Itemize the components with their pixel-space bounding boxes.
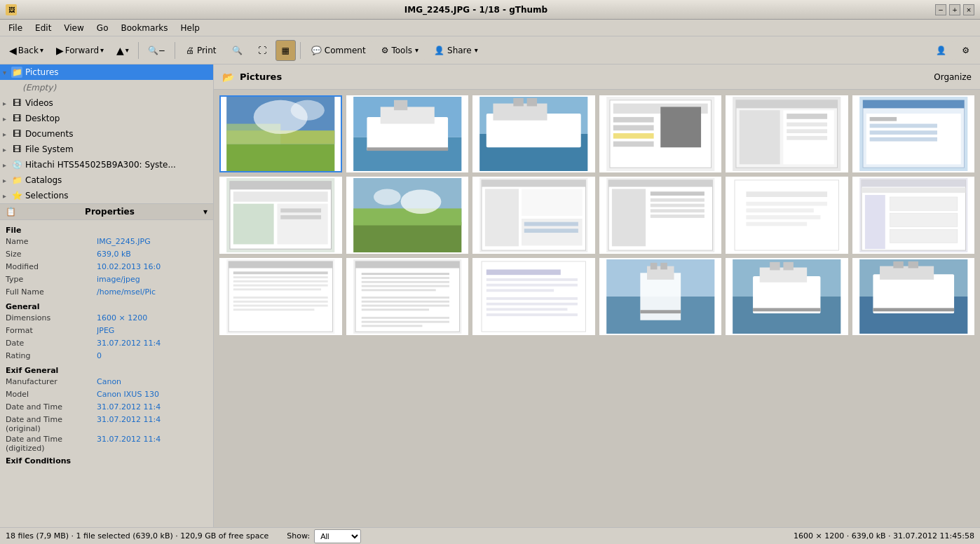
back-button[interactable]: ◀ Back ▾ xyxy=(4,40,48,61)
sidebar-item-documents[interactable]: ▸ 🎞 Documents xyxy=(0,126,213,142)
svg-rect-117 xyxy=(361,321,449,323)
file-tree: ▾ 📁 Pictures (Empty) ▸ 🎞 Videos ▸ 🎞 Desk… xyxy=(0,64,213,204)
prop-datetime: Date and Time 31.07.2012 11:4 xyxy=(0,402,213,414)
svg-rect-148 xyxy=(908,261,918,268)
menu-go[interactable]: Go xyxy=(91,22,114,34)
svg-rect-133 xyxy=(650,263,657,270)
svg-rect-113 xyxy=(361,301,449,303)
thumbnail-14[interactable] xyxy=(346,258,469,335)
svg-rect-70 xyxy=(650,198,704,202)
svg-rect-107 xyxy=(361,273,449,275)
properties-panel: 📋 Properties ▾ File Name IMG_2245.JPG Si… xyxy=(0,204,213,527)
thumbnail-10[interactable] xyxy=(599,177,722,254)
section-exif-general: Exif General xyxy=(0,363,213,376)
svg-rect-34 xyxy=(787,136,827,140)
comment-button[interactable]: 💬 Comment xyxy=(305,40,372,61)
svg-rect-16 xyxy=(513,98,523,107)
sidebar-item-label-desktop: Desktop xyxy=(25,114,210,123)
zoom-out-button[interactable]: 🔍− xyxy=(143,40,170,61)
maximize-button[interactable]: + xyxy=(949,4,960,15)
svg-rect-112 xyxy=(361,297,449,299)
svg-point-55 xyxy=(374,189,401,205)
svg-rect-53 xyxy=(353,208,461,225)
menu-help[interactable]: Help xyxy=(175,22,205,34)
sidebar-item-desktop[interactable]: ▸ 🎞 Desktop xyxy=(0,111,213,126)
svg-rect-101 xyxy=(233,305,328,307)
sidebar-item-pictures[interactable]: ▾ 📁 Pictures xyxy=(0,64,213,80)
print-button[interactable]: 🖨 Print xyxy=(179,40,223,61)
folder-icon-pictures: 📁 xyxy=(11,67,22,78)
fullscreen-button[interactable]: ⛶ xyxy=(252,40,273,61)
svg-rect-122 xyxy=(486,278,578,281)
thumbnail-8[interactable] xyxy=(346,177,469,254)
prop-fullname: Full Name /home/msel/Pic xyxy=(0,287,213,299)
prop-format: Format JPEG xyxy=(0,325,213,338)
show-dropdown[interactable]: All Images Videos xyxy=(314,529,361,543)
sidebar-item-filesystem[interactable]: ▸ 🎞 File System xyxy=(0,142,213,157)
svg-rect-10 xyxy=(393,100,407,110)
svg-rect-111 xyxy=(361,289,435,291)
tools-button[interactable]: ⚙ Tools ▾ xyxy=(375,40,425,61)
svg-rect-39 xyxy=(869,117,897,121)
thumbnail-9[interactable] xyxy=(472,177,595,254)
sidebar-item-selections[interactable]: ▸ ⭐ Selections xyxy=(0,188,213,203)
thumbnail-2[interactable] xyxy=(346,95,469,172)
menubar: File Edit View Go Bookmarks Help xyxy=(0,20,980,36)
svg-rect-96 xyxy=(233,280,328,283)
search-icon: 🔍 xyxy=(232,46,243,55)
svg-rect-76 xyxy=(746,191,827,197)
svg-rect-67 xyxy=(611,189,645,246)
menu-file[interactable]: File xyxy=(3,22,28,34)
back-dropdown-icon: ▾ xyxy=(40,46,43,54)
thumbnail-11[interactable] xyxy=(726,177,848,254)
settings-button[interactable]: ⚙ xyxy=(955,40,976,61)
svg-rect-102 xyxy=(233,308,315,311)
account-button[interactable]: 👤 xyxy=(930,40,953,61)
content-header: 📂 Pictures Organize xyxy=(214,64,980,90)
organize-button[interactable]: Organize xyxy=(934,72,972,82)
sidebar: ▾ 📁 Pictures (Empty) ▸ 🎞 Videos ▸ 🎞 Desk… xyxy=(0,64,214,527)
filmstrip-icon-filesystem: 🎞 xyxy=(11,144,22,155)
thumbnail-12[interactable] xyxy=(852,177,975,254)
toolbar: ◀ Back ▾ ▶ Forward ▾ ▲ ▾ 🔍− 🖨 Print 🔍 ⛶ … xyxy=(0,36,980,64)
tree-arrow-documents: ▸ xyxy=(3,130,11,138)
svg-rect-98 xyxy=(233,288,321,290)
properties-expand-icon[interactable]: ▾ xyxy=(203,207,207,217)
prop-name: Name IMG_2245.JPG xyxy=(0,236,213,249)
thumbnail-6[interactable] xyxy=(852,95,975,172)
minimize-button[interactable]: − xyxy=(935,4,946,15)
thumbnail-4[interactable] xyxy=(599,95,722,172)
svg-rect-52 xyxy=(353,222,461,252)
tools-label: Tools xyxy=(391,46,412,55)
thumbnail-18[interactable] xyxy=(852,258,975,335)
share-button[interactable]: 👤 Share ▾ xyxy=(428,40,484,61)
sidebar-item-hitachi[interactable]: ▸ 💿 Hitachi HTS545025B9A300: Syste... xyxy=(0,157,213,172)
forward-label: Forward xyxy=(65,46,99,55)
menu-view[interactable]: View xyxy=(58,22,89,34)
separator1 xyxy=(138,42,139,59)
svg-rect-72 xyxy=(650,209,704,212)
thumbnail-3[interactable] xyxy=(472,95,595,172)
thumbnail-1[interactable] xyxy=(219,95,342,172)
up-icon: ▲ xyxy=(116,45,124,56)
thumbnail-16[interactable] xyxy=(599,258,722,335)
view-toggle-button[interactable]: ▦ xyxy=(275,40,296,61)
sidebar-item-videos[interactable]: ▸ 🎞 Videos xyxy=(0,95,213,111)
svg-rect-105 xyxy=(355,261,459,268)
thumbnail-5[interactable] xyxy=(726,95,848,172)
forward-button[interactable]: ▶ Forward ▾ xyxy=(51,40,109,61)
search-button[interactable]: 🔍 xyxy=(226,40,249,61)
svg-point-54 xyxy=(400,189,441,214)
thumbnail-13[interactable] xyxy=(219,258,342,335)
svg-rect-99 xyxy=(233,297,328,299)
close-button[interactable]: × xyxy=(963,4,974,15)
menu-bookmarks[interactable]: Bookmarks xyxy=(115,22,173,34)
thumbnail-15[interactable] xyxy=(472,258,595,335)
updir-button[interactable]: ▲ ▾ xyxy=(111,40,134,61)
sidebar-item-catalogs[interactable]: ▸ 📁 Catalogs xyxy=(0,172,213,188)
thumbnail-17[interactable] xyxy=(726,258,848,335)
thumbnail-7[interactable] xyxy=(219,177,342,254)
prop-modified: Modified 10.02.2013 16:0 xyxy=(0,261,213,274)
section-file: File xyxy=(0,223,213,236)
menu-edit[interactable]: Edit xyxy=(29,22,57,34)
